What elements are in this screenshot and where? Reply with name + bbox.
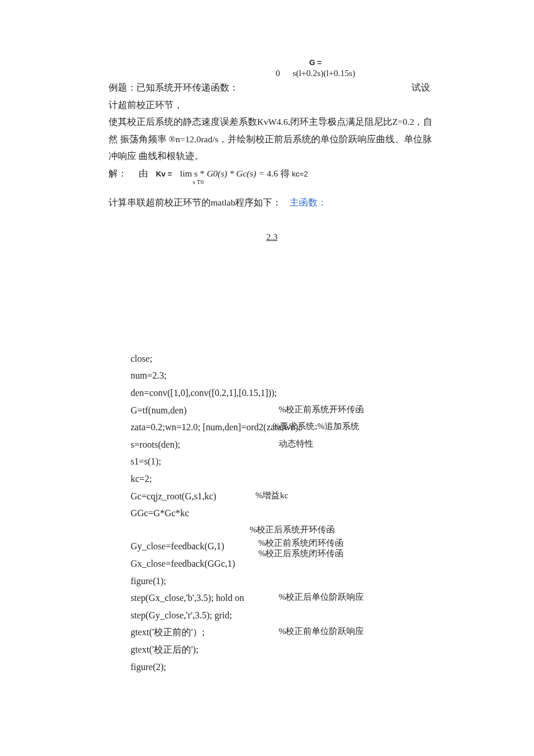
p3-b: 由 [139,168,148,178]
code-l16: step(Gy_close,'r',3.5); grid; [131,607,435,624]
p3-g: 4.6 得 [267,168,290,178]
code-l2: num=2.3; [131,367,435,384]
code-l9b: %增益kc [255,488,288,505]
code-l17b: %校正前单位阶跃响应 [279,624,365,641]
page: G = 0 s(l+0.2s)(l+0.15s) 例题：已知系统开环传递函数： … [0,0,534,710]
formula-zero: 0 [276,68,280,80]
code-l12: Gy_close=feedback(G,1) %校正前系统闭环传函 %校正后系统… [131,538,435,555]
code-l12bc: %校正前系统闭环传函 %校正后系统闭环传函 [258,538,344,559]
code-l15: step(Gx_close,'b',3.5); hold on %校正后单位阶跃… [131,589,435,607]
p3-c: Kv = [156,170,172,178]
code-l6a: s=roots(den); [131,436,279,453]
code-l18: gtext('校正后的'); [131,641,435,658]
code-block: close; num=2.3; den=conv([1,0],conv([0.2… [109,350,435,675]
code-l11a [131,522,250,538]
p4-a: 计算串联超前校正环节的matlab程序如下： [109,197,282,207]
code-l6: s=roots(den); 动态特性 [131,436,435,453]
code-l17a: gtext('校正前的'）; [131,624,279,641]
code-l3: den=conv([1,0],conv([0.2,1],[0.15,1])); [131,384,435,402]
code-l11b: %校正后系统开环传函 [250,522,335,538]
p3-f: = [258,168,264,178]
code-l4b: %校正前系统开环传函 [279,402,365,419]
number-underline: 2.3 [109,228,435,245]
code-l6b: 动态特性 [279,436,313,453]
code-l15b: %校正后单位阶跃响应 [279,589,365,607]
code-l4a: G=tf(num,den) [131,402,279,419]
code-l7: s1=s(1); [131,453,435,470]
p4-b: 主函数： [290,197,327,207]
p3-h: kc=2 [292,170,308,178]
code-l12c: %校正后系统闭环传函 [258,548,344,559]
code-l12a: Gy_close=feedback(G,1) [131,538,224,555]
formula-denom: s(l+0.2s)(l+0.15s) [293,69,355,78]
paragraph-4: 计算串联超前校正环节的matlab程序如下： 主函数： [109,194,435,211]
formula-bottom-row: 0 s(l+0.2s)(l+0.15s) [196,68,435,80]
code-l12b: %校正前系统闭环传函 [258,538,344,548]
p3-a: 解： [109,168,127,178]
code-l11: %校正后系统开环传函 [131,522,435,538]
paragraph-1: 例题：已知系统开环传递函数： 试设计超前校正环节， [109,79,435,113]
code-l14: figure(1); [131,573,435,590]
formula: G = 0 s(l+0.2s)(l+0.15s) [196,58,435,79]
formula-top: G = [196,58,435,68]
code-l5: zata=0.2;wn=12.0; [num,den]=ord2(zata,wn… [131,419,435,436]
p3-e: G0(s) * Gc(s) [207,168,256,178]
code-l15a: step(Gx_close,'b',3.5); hold on [131,589,279,607]
code-l8: kc=2; [131,470,435,488]
code-l4: G=tf(num,den) %校正前系统开环传函 [131,402,435,419]
code-l5b: %要求系统;%追加系统 [273,419,359,435]
p1-left: 例题：已知系统开环传递函数： [109,82,239,92]
paragraph-2: 使其校正后系统的静态速度误差系数KvW4.6,闭环主导极点满足阻尼比Z=0.2，… [109,113,435,164]
code-l9a: Gc=cqjz_root(G,s1,kc) [131,488,255,505]
code-l1: close; [131,350,435,368]
code-l19: figure(2); [131,658,435,676]
code-l10: GGc=G*Gc*kc [131,505,435,522]
code-l9: Gc=cqjz_root(G,s1,kc) %增益kc [131,488,435,505]
code-l17: gtext('校正前的'）; %校正前单位阶跃响应 [131,624,435,641]
